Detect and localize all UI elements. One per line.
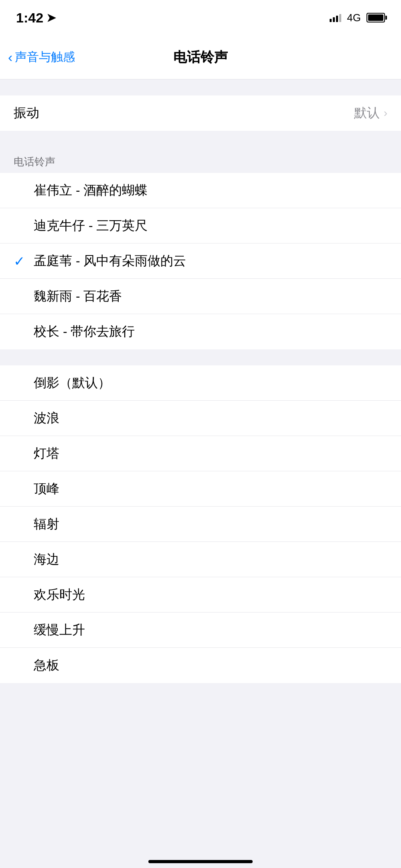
page-title: 电话铃声	[173, 48, 228, 67]
default-ringtone-item[interactable]: 缓慢上升	[0, 612, 401, 648]
vibration-section: 振动 默认 ›	[0, 95, 401, 131]
vibration-value-text: 默认	[354, 104, 380, 122]
custom-ringtone-item[interactable]: 崔伟立 - 酒醉的蝴蝶	[0, 173, 401, 208]
checkmark-icon: ✓	[14, 253, 34, 269]
signal-bar-3	[336, 16, 338, 22]
back-button[interactable]: ‹ 声音与触感	[8, 49, 75, 65]
ringtone-name: 急板	[34, 657, 59, 674]
battery-fill	[368, 14, 383, 21]
ringtone-name: 崔伟立 - 酒醉的蝴蝶	[34, 182, 148, 199]
ringtone-name: 欢乐时光	[34, 586, 85, 604]
ringtone-name: 辐射	[34, 515, 59, 533]
section-header: 电话铃声	[0, 147, 401, 173]
default-ringtone-item[interactable]: 辐射	[0, 507, 401, 542]
section-divider-2	[0, 131, 401, 147]
default-ringtone-item[interactable]: 海边	[0, 542, 401, 577]
signal-bar-4	[339, 14, 341, 22]
ringtone-name: 缓慢上升	[34, 621, 85, 639]
home-indicator	[148, 860, 253, 863]
battery-icon	[367, 13, 385, 22]
signal-icon	[330, 13, 341, 22]
ringtone-name: 迪克牛仔 - 三万英尺	[34, 217, 148, 235]
ringtone-name: 海边	[34, 551, 59, 568]
custom-ringtone-item[interactable]: ✓孟庭苇 - 风中有朵雨做的云	[0, 243, 401, 279]
location-icon: ➤	[47, 11, 56, 24]
section-header-text: 电话铃声	[14, 156, 55, 168]
ringtone-name: 顶峰	[34, 480, 59, 498]
default-ringtone-item[interactable]: 灯塔	[0, 436, 401, 471]
default-ringtones-list: 倒影（默认）波浪灯塔顶峰辐射海边欢乐时光缓慢上升急板	[0, 365, 401, 683]
chevron-right-icon: ›	[384, 107, 387, 120]
status-time: 1:42 ➤	[16, 10, 56, 26]
ringtone-name: 倒影（默认）	[34, 374, 111, 392]
custom-ringtone-item[interactable]: 迪克牛仔 - 三万英尺	[0, 208, 401, 243]
back-chevron-icon: ‹	[8, 49, 12, 65]
nav-bar: ‹ 声音与触感 电话铃声	[0, 35, 401, 79]
default-ringtone-item[interactable]: 波浪	[0, 401, 401, 436]
ringtone-name: 灯塔	[34, 445, 59, 462]
back-label: 声音与触感	[15, 49, 75, 65]
vibration-row[interactable]: 振动 默认 ›	[0, 95, 401, 131]
custom-ringtones-list: 崔伟立 - 酒醉的蝴蝶迪克牛仔 - 三万英尺✓孟庭苇 - 风中有朵雨做的云魏新雨…	[0, 173, 401, 349]
status-bar: 1:42 ➤ 4G	[0, 0, 401, 35]
ringtone-name: 校长 - 带你去旅行	[34, 323, 135, 341]
ringtone-name: 孟庭苇 - 风中有朵雨做的云	[34, 252, 186, 270]
ringtone-name: 魏新雨 - 百花香	[34, 288, 122, 305]
default-ringtone-item[interactable]: 顶峰	[0, 471, 401, 507]
group-separator	[0, 349, 401, 365]
custom-ringtone-item[interactable]: 魏新雨 - 百花香	[0, 279, 401, 314]
default-ringtone-item[interactable]: 倒影（默认）	[0, 365, 401, 401]
signal-bar-1	[330, 19, 332, 22]
vibration-label: 振动	[14, 104, 39, 122]
default-ringtone-item[interactable]: 急板	[0, 648, 401, 683]
network-label: 4G	[347, 12, 361, 24]
custom-ringtone-item[interactable]: 校长 - 带你去旅行	[0, 314, 401, 349]
section-divider-1	[0, 79, 401, 95]
status-right: 4G	[330, 12, 385, 24]
default-ringtone-item[interactable]: 欢乐时光	[0, 577, 401, 612]
vibration-value: 默认 ›	[354, 104, 387, 122]
ringtone-name: 波浪	[34, 410, 59, 427]
signal-bar-2	[333, 17, 335, 22]
